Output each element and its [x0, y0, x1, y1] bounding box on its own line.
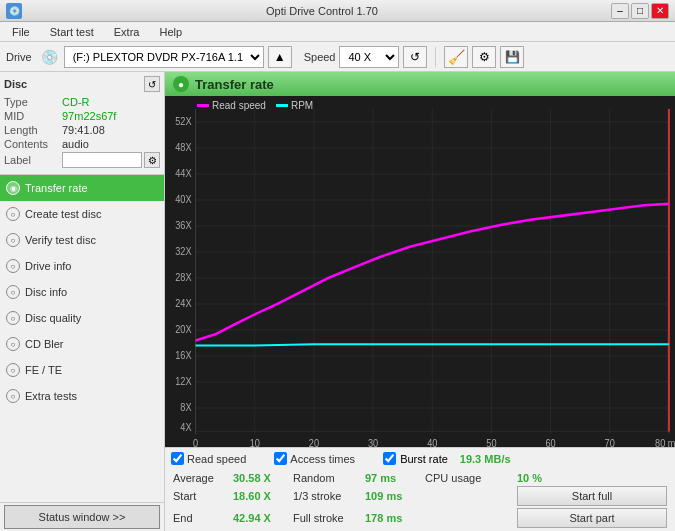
chart-legend: Read speed RPM [197, 100, 313, 111]
drive-icon: 💿 [40, 47, 60, 67]
menu-file[interactable]: File [4, 24, 38, 40]
svg-text:44X: 44X [175, 165, 191, 178]
disc-mid-value: 97m22s67f [62, 110, 116, 122]
status-window-button[interactable]: Status window >> [4, 505, 160, 529]
nav-item-extra-tests[interactable]: ○ Extra tests [0, 383, 164, 409]
disc-panel: Disc ↺ Type CD-R MID 97m22s67f Length 79… [0, 72, 164, 175]
nav-label-create-test-disc: Create test disc [25, 208, 101, 220]
title-bar-buttons: – □ ✕ [611, 3, 669, 19]
speed-label: Speed [304, 51, 336, 63]
svg-text:4X: 4X [180, 420, 191, 433]
svg-text:16X: 16X [175, 347, 191, 360]
svg-text:36X: 36X [175, 217, 191, 230]
drive-select[interactable]: (F:) PLEXTOR DVDR PX-716A 1.11 [64, 46, 264, 68]
svg-text:30: 30 [368, 436, 378, 447]
stats-end-value: 42.94 X [233, 512, 291, 524]
legend-read-speed-color [197, 104, 209, 107]
nav-item-verify-test-disc[interactable]: ○ Verify test disc [0, 227, 164, 253]
disc-refresh-button[interactable]: ↺ [144, 76, 160, 92]
disc-contents-label: Contents [4, 138, 62, 150]
stats-start-value: 18.60 X [233, 490, 291, 502]
start-full-button[interactable]: Start full [517, 486, 667, 506]
disc-header: Disc ↺ [4, 76, 160, 92]
svg-text:52X: 52X [175, 113, 191, 126]
disc-length-value: 79:41.08 [62, 124, 105, 136]
disc-label-button[interactable]: ⚙ [144, 152, 160, 168]
read-speed-checkbox[interactable] [171, 452, 184, 465]
svg-text:8X: 8X [180, 399, 191, 412]
legend-read-speed-label: Read speed [212, 100, 266, 111]
nav-item-drive-info[interactable]: ○ Drive info [0, 253, 164, 279]
chart-wrapper: Read speed RPM 52X 48X 44X 40X 36X 32X [165, 96, 675, 447]
stats-end-label: End [173, 512, 231, 524]
read-speed-checkbox-group: Read speed [171, 452, 246, 465]
clear-button[interactable]: 🧹 [444, 46, 468, 68]
nav-item-create-test-disc[interactable]: ○ Create test disc [0, 201, 164, 227]
stats-fullstroke-label: Full stroke [293, 512, 363, 524]
nav-icon-cd-bler: ○ [6, 337, 20, 351]
menu-help[interactable]: Help [151, 24, 190, 40]
speed-select[interactable]: 40 X [339, 46, 399, 68]
nav-item-transfer-rate[interactable]: ◉ Transfer rate [0, 175, 164, 201]
nav-item-disc-quality[interactable]: ○ Disc quality [0, 305, 164, 331]
svg-text:20: 20 [309, 436, 319, 447]
close-button[interactable]: ✕ [651, 3, 669, 19]
disc-contents-row: Contents audio [4, 138, 160, 150]
drive-toolbar: Drive 💿 (F:) PLEXTOR DVDR PX-716A 1.11 ▲… [0, 42, 675, 72]
minimize-button[interactable]: – [611, 3, 629, 19]
nav-item-cd-bler[interactable]: ○ CD Bler [0, 331, 164, 357]
stats-cpu-value: 10 % [517, 472, 667, 484]
legend-rpm: RPM [276, 100, 313, 111]
main-layout: Disc ↺ Type CD-R MID 97m22s67f Length 79… [0, 72, 675, 531]
maximize-button[interactable]: □ [631, 3, 649, 19]
title-bar-title: Opti Drive Control 1.70 [266, 5, 378, 17]
title-bar: 💿 Opti Drive Control 1.70 – □ ✕ [0, 0, 675, 22]
disc-label-row: Label ⚙ [4, 152, 160, 168]
stats-cpu-label: CPU usage [425, 472, 515, 484]
access-times-checkbox[interactable] [274, 452, 287, 465]
nav-label-cd-bler: CD Bler [25, 338, 64, 350]
sidebar-bottom: Status window >> [0, 502, 164, 531]
toolbar-separator [435, 47, 436, 67]
nav-label-disc-info: Disc info [25, 286, 67, 298]
disc-label-input[interactable] [62, 152, 142, 168]
title-bar-left: 💿 Opti Drive Control 1.70 [6, 3, 378, 19]
eject-button[interactable]: ▲ [268, 46, 292, 68]
nav-icon-create-test-disc: ○ [6, 207, 20, 221]
burst-rate-checkbox[interactable] [383, 452, 396, 465]
stats-random-label: Random [293, 472, 363, 484]
stats-13stroke-value: 109 ms [365, 490, 423, 502]
nav-label-drive-info: Drive info [25, 260, 71, 272]
menu-extra[interactable]: Extra [106, 24, 148, 40]
transfer-rate-chart: 52X 48X 44X 40X 36X 32X 28X 24X 20X 16X … [165, 96, 675, 447]
stats-start-label: Start [173, 490, 231, 502]
content-area: ● Transfer rate Read speed RPM [165, 72, 675, 531]
svg-text:10: 10 [250, 436, 260, 447]
nav-label-extra-tests: Extra tests [25, 390, 77, 402]
read-speed-checkbox-label: Read speed [187, 453, 246, 465]
nav-icon-disc-quality: ○ [6, 311, 20, 325]
nav-icon-verify-test-disc: ○ [6, 233, 20, 247]
refresh-button[interactable]: ↺ [403, 46, 427, 68]
disc-type-row: Type CD-R [4, 96, 160, 108]
svg-text:24X: 24X [175, 295, 191, 308]
stats-13stroke-label: 1/3 stroke [293, 490, 363, 502]
menu-start-test[interactable]: Start test [42, 24, 102, 40]
nav-label-verify-test-disc: Verify test disc [25, 234, 96, 246]
disc-mid-row: MID 97m22s67f [4, 110, 160, 122]
menu-bar: File Start test Extra Help [0, 22, 675, 42]
disc-length-row: Length 79:41.08 [4, 124, 160, 136]
svg-text:70: 70 [605, 436, 615, 447]
settings-button[interactable]: ⚙ [472, 46, 496, 68]
nav-icon-drive-info: ○ [6, 259, 20, 273]
legend-rpm-color [276, 104, 288, 107]
svg-text:60: 60 [545, 436, 555, 447]
save-button[interactable]: 💾 [500, 46, 524, 68]
nav-item-fe-te[interactable]: ○ FE / TE [0, 357, 164, 383]
nav-item-disc-info[interactable]: ○ Disc info [0, 279, 164, 305]
chart-header: ● Transfer rate [165, 72, 675, 96]
legend-rpm-label: RPM [291, 100, 313, 111]
disc-length-label: Length [4, 124, 62, 136]
start-part-button[interactable]: Start part [517, 508, 667, 528]
disc-contents-value: audio [62, 138, 89, 150]
